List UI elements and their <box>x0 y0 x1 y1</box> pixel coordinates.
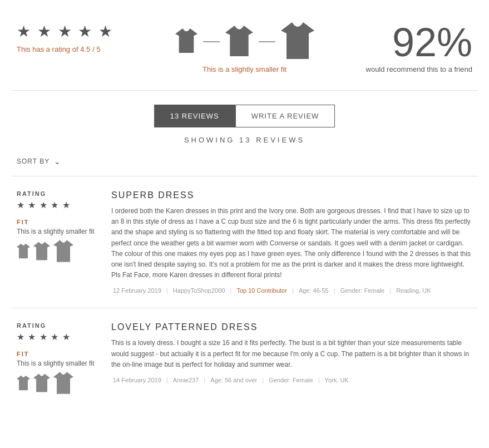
reviews-button[interactable]: 13 REVIEWS <box>154 105 235 127</box>
review-meta-2: 14 February 2019 | Annie237 | Age: 56 an… <box>111 377 472 383</box>
fit-small-text-2: This is a slightly smaller fit <box>17 360 100 367</box>
fit-icons <box>169 22 320 61</box>
review-stars-1: ★ ★ ★ ★ ★ <box>17 200 100 210</box>
review-title-2: LOVELY PATTERNED DRESS <box>111 322 472 332</box>
write-review-button[interactable]: WRITE A REVIEW <box>235 105 335 127</box>
fit-connector <box>203 41 220 42</box>
review-title-1: SUPERB DRESS <box>111 190 472 200</box>
review-age-2: Age: 56 and over <box>210 377 257 383</box>
review-item: RATING ★ ★ ★ ★ ★ FIT This is a slightly … <box>11 176 478 308</box>
fit-icons-small-2 <box>17 372 100 394</box>
review-gender-2: Gender: Female <box>269 377 313 383</box>
review-item-2: RATING ★ ★ ★ ★ ★ FIT This is a slightly … <box>11 308 478 408</box>
fit-icons-small-1 <box>17 240 100 262</box>
review-location-1: Reading, UK <box>396 287 431 294</box>
sort-row: SORT BY ⌄ <box>11 152 478 170</box>
review-user-2: Annie237 <box>173 377 199 383</box>
fit-connector-2 <box>259 41 275 42</box>
review-date-1: 12 February 2019 <box>113 287 161 294</box>
shirt-large-icon <box>281 22 314 61</box>
review-right-2: LOVELY PATTERNED DRESS This is a lovely … <box>111 322 472 394</box>
review-left-1: RATING ★ ★ ★ ★ ★ FIT This is a slightly … <box>17 190 100 294</box>
fit-small-text-1: This is a slightly smaller fit <box>17 228 100 235</box>
fit-text-top: This is a slightly smaller fit <box>169 65 320 73</box>
review-left-2: RATING ★ ★ ★ ★ ★ FIT This is a slightly … <box>17 322 100 394</box>
rating-value: 4.5 <box>80 45 90 53</box>
sort-label: SORT BY <box>17 157 50 165</box>
review-stars-2: ★ ★ ★ ★ ★ <box>17 332 100 342</box>
review-age-1: Age: 46-55 <box>299 287 329 294</box>
rating-max: 5 <box>96 45 100 53</box>
fit-label-2: FIT <box>17 351 100 357</box>
review-user-1: HappyToShop2000 <box>173 287 225 294</box>
review-date-2: 14 February 2019 <box>113 377 161 383</box>
rating-section: ★ ★ ★ ★ ★ This has a rating of 4.5 / 5 <box>17 22 169 53</box>
buttons-row: 13 REVIEWS WRITE A REVIEW <box>11 105 478 127</box>
reviews-list: RATING ★ ★ ★ ★ ★ FIT This is a slightly … <box>11 176 478 408</box>
fit-label-1: FIT <box>17 219 100 225</box>
fit-section: This is a slightly smaller fit <box>169 22 320 73</box>
review-gender-1: Gender: Female <box>340 287 384 294</box>
sort-chevron-icon[interactable]: ⌄ <box>54 157 61 166</box>
review-location-2: York, UK <box>325 377 349 383</box>
review-body-1: I ordered both the Karen dresses in this… <box>111 206 472 280</box>
recommend-text: would recommend this to a friend <box>320 65 472 73</box>
review-badge-1: Top 10 Contributor <box>236 287 287 294</box>
recommend-percent: 92% <box>320 22 472 62</box>
top-section: ★ ★ ★ ★ ★ This has a rating of 4.5 / 5 <box>11 11 478 91</box>
review-body-2: This is a lovely dress. I bought a size … <box>111 338 472 370</box>
rating-stars-large: ★ ★ ★ ★ ★ <box>17 22 169 41</box>
shirt-medium-icon <box>225 26 253 58</box>
rating-label-2: RATING <box>17 322 100 329</box>
shirt-small-icon <box>175 28 197 55</box>
showing-header: SHOWING 13 REVIEWS <box>11 136 478 144</box>
recommend-section: 92% would recommend this to a friend <box>320 22 472 73</box>
review-meta-1: 12 February 2019 | HappyToShop2000 | Top… <box>111 287 472 294</box>
rating-label-1: RATING <box>17 190 100 197</box>
review-right-1: SUPERB DRESS I ordered both the Karen dr… <box>111 190 472 294</box>
rating-text: This has a rating of 4.5 / 5 <box>17 45 169 53</box>
